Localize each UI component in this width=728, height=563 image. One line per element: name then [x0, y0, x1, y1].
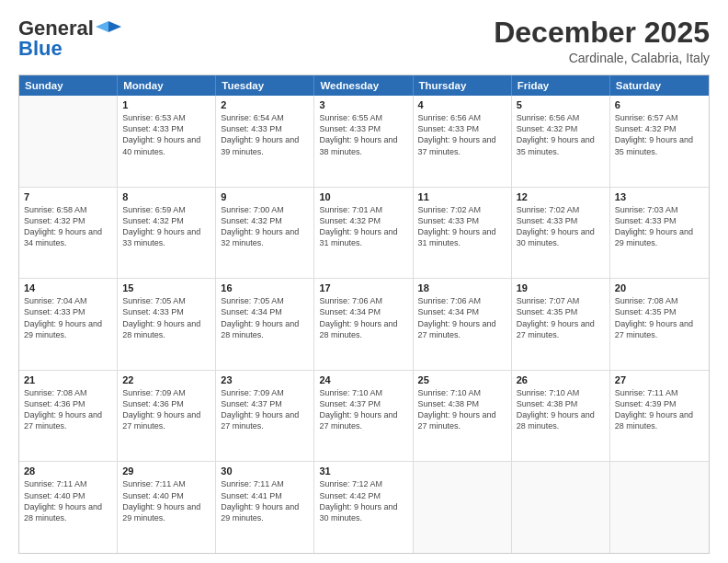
cell-info: Sunrise: 6:56 AMSunset: 4:33 PMDaylight:… — [418, 112, 506, 157]
logo: General Blue — [18, 17, 121, 61]
day-number: 27 — [615, 374, 704, 385]
cell-info: Sunrise: 7:02 AMSunset: 4:33 PMDaylight:… — [418, 204, 506, 249]
calendar-cell: 22Sunrise: 7:09 AMSunset: 4:36 PMDayligh… — [118, 371, 216, 462]
day-number: 24 — [319, 374, 407, 385]
header-day-tuesday: Tuesday — [216, 75, 314, 96]
cell-info: Sunrise: 7:05 AMSunset: 4:34 PMDaylight:… — [221, 295, 309, 340]
calendar-cell: 16Sunrise: 7:05 AMSunset: 4:34 PMDayligh… — [216, 279, 314, 370]
day-number: 22 — [122, 374, 210, 385]
calendar-cell: 25Sunrise: 7:10 AMSunset: 4:38 PMDayligh… — [414, 371, 512, 462]
cell-info: Sunrise: 7:00 AMSunset: 4:32 PMDaylight:… — [221, 204, 309, 249]
calendar-cell: 26Sunrise: 7:10 AMSunset: 4:38 PMDayligh… — [512, 371, 610, 462]
cell-info: Sunrise: 7:07 AMSunset: 4:35 PMDaylight:… — [517, 295, 605, 340]
cell-info: Sunrise: 6:56 AMSunset: 4:32 PMDaylight:… — [517, 112, 605, 157]
day-number: 7 — [24, 191, 112, 202]
calendar-body: 1Sunrise: 6:53 AMSunset: 4:33 PMDaylight… — [19, 96, 709, 553]
day-number: 6 — [615, 99, 704, 110]
cell-info: Sunrise: 6:59 AMSunset: 4:32 PMDaylight:… — [122, 204, 210, 249]
calendar-cell: 7Sunrise: 6:58 AMSunset: 4:32 PMDaylight… — [19, 188, 118, 279]
calendar-row-3: 14Sunrise: 7:04 AMSunset: 4:33 PMDayligh… — [19, 279, 709, 371]
header-day-wednesday: Wednesday — [314, 75, 413, 96]
day-number: 9 — [221, 191, 309, 202]
calendar-cell: 30Sunrise: 7:11 AMSunset: 4:41 PMDayligh… — [216, 462, 314, 553]
cell-info: Sunrise: 7:02 AMSunset: 4:33 PMDaylight:… — [517, 204, 605, 249]
day-number: 26 — [517, 374, 605, 385]
calendar-cell: 29Sunrise: 7:11 AMSunset: 4:40 PMDayligh… — [118, 462, 216, 553]
cell-info: Sunrise: 7:10 AMSunset: 4:37 PMDaylight:… — [319, 387, 407, 432]
calendar-cell: 20Sunrise: 7:08 AMSunset: 4:35 PMDayligh… — [610, 279, 709, 370]
page: General Blue December 2025 Cardinale, Ca… — [0, 0, 728, 563]
calendar-cell: 27Sunrise: 7:11 AMSunset: 4:39 PMDayligh… — [610, 371, 709, 462]
logo-flag-icon — [96, 19, 121, 38]
cell-info: Sunrise: 7:11 AMSunset: 4:40 PMDaylight:… — [24, 478, 112, 523]
day-number: 5 — [517, 99, 605, 110]
day-number: 21 — [24, 374, 112, 385]
calendar-cell — [512, 462, 610, 553]
header-day-sunday: Sunday — [19, 75, 118, 96]
calendar-cell: 28Sunrise: 7:11 AMSunset: 4:40 PMDayligh… — [19, 462, 118, 553]
logo-blue-text: Blue — [18, 37, 63, 61]
day-number: 2 — [221, 99, 309, 110]
calendar-cell: 17Sunrise: 7:06 AMSunset: 4:34 PMDayligh… — [314, 279, 413, 370]
day-number: 14 — [24, 282, 112, 293]
cell-info: Sunrise: 7:11 AMSunset: 4:41 PMDaylight:… — [221, 478, 309, 523]
cell-info: Sunrise: 6:53 AMSunset: 4:33 PMDaylight:… — [122, 112, 210, 157]
svg-marker-0 — [108, 21, 121, 32]
calendar-cell: 2Sunrise: 6:54 AMSunset: 4:33 PMDaylight… — [216, 96, 314, 187]
calendar-cell: 15Sunrise: 7:05 AMSunset: 4:33 PMDayligh… — [118, 279, 216, 370]
calendar-cell — [610, 462, 709, 553]
cell-info: Sunrise: 7:11 AMSunset: 4:40 PMDaylight:… — [122, 478, 210, 523]
day-number: 1 — [122, 99, 210, 110]
day-number: 25 — [418, 374, 506, 385]
cell-info: Sunrise: 6:55 AMSunset: 4:33 PMDaylight:… — [319, 112, 407, 157]
day-number: 8 — [122, 191, 210, 202]
calendar-cell: 19Sunrise: 7:07 AMSunset: 4:35 PMDayligh… — [512, 279, 610, 370]
cell-info: Sunrise: 7:05 AMSunset: 4:33 PMDaylight:… — [122, 295, 210, 340]
calendar-cell: 23Sunrise: 7:09 AMSunset: 4:37 PMDayligh… — [216, 371, 314, 462]
calendar-cell: 12Sunrise: 7:02 AMSunset: 4:33 PMDayligh… — [512, 188, 610, 279]
cell-info: Sunrise: 7:04 AMSunset: 4:33 PMDaylight:… — [24, 295, 112, 340]
cell-info: Sunrise: 7:06 AMSunset: 4:34 PMDaylight:… — [418, 295, 506, 340]
cell-info: Sunrise: 6:58 AMSunset: 4:32 PMDaylight:… — [24, 204, 112, 249]
cell-info: Sunrise: 7:12 AMSunset: 4:42 PMDaylight:… — [319, 478, 407, 523]
calendar-cell: 13Sunrise: 7:03 AMSunset: 4:33 PMDayligh… — [610, 188, 709, 279]
calendar-cell: 1Sunrise: 6:53 AMSunset: 4:33 PMDaylight… — [118, 96, 216, 187]
cell-info: Sunrise: 7:10 AMSunset: 4:38 PMDaylight:… — [517, 387, 605, 432]
calendar-cell — [19, 96, 118, 187]
calendar-cell: 5Sunrise: 6:56 AMSunset: 4:32 PMDaylight… — [512, 96, 610, 187]
cell-info: Sunrise: 6:57 AMSunset: 4:32 PMDaylight:… — [615, 112, 704, 157]
day-number: 11 — [418, 191, 506, 202]
day-number: 29 — [122, 465, 210, 477]
location-title: Cardinale, Calabria, Italy — [494, 51, 710, 65]
day-number: 16 — [221, 282, 309, 293]
month-title: December 2025 — [494, 17, 710, 49]
calendar-cell: 10Sunrise: 7:01 AMSunset: 4:32 PMDayligh… — [314, 188, 413, 279]
calendar: SundayMondayTuesdayWednesdayThursdayFrid… — [18, 75, 710, 554]
header-day-thursday: Thursday — [414, 75, 512, 96]
cell-info: Sunrise: 7:03 AMSunset: 4:33 PMDaylight:… — [615, 204, 704, 249]
cell-info: Sunrise: 7:01 AMSunset: 4:32 PMDaylight:… — [319, 204, 407, 249]
day-number: 19 — [517, 282, 605, 293]
day-number: 4 — [418, 99, 506, 110]
cell-info: Sunrise: 7:11 AMSunset: 4:39 PMDaylight:… — [615, 387, 704, 432]
title-block: December 2025 Cardinale, Calabria, Italy — [494, 17, 710, 65]
cell-info: Sunrise: 7:09 AMSunset: 4:36 PMDaylight:… — [122, 387, 210, 432]
calendar-row-5: 28Sunrise: 7:11 AMSunset: 4:40 PMDayligh… — [19, 462, 709, 553]
cell-info: Sunrise: 7:10 AMSunset: 4:38 PMDaylight:… — [418, 387, 506, 432]
day-number: 30 — [221, 465, 309, 477]
calendar-cell: 3Sunrise: 6:55 AMSunset: 4:33 PMDaylight… — [314, 96, 413, 187]
calendar-cell: 14Sunrise: 7:04 AMSunset: 4:33 PMDayligh… — [19, 279, 118, 370]
day-number: 23 — [221, 374, 309, 385]
day-number: 17 — [319, 282, 407, 293]
calendar-row-2: 7Sunrise: 6:58 AMSunset: 4:32 PMDaylight… — [19, 188, 709, 280]
day-number: 13 — [615, 191, 704, 202]
day-number: 28 — [24, 465, 112, 477]
day-number: 10 — [319, 191, 407, 202]
calendar-cell: 24Sunrise: 7:10 AMSunset: 4:37 PMDayligh… — [314, 371, 413, 462]
calendar-cell: 6Sunrise: 6:57 AMSunset: 4:32 PMDaylight… — [610, 96, 709, 187]
header-day-friday: Friday — [512, 75, 610, 96]
calendar-row-1: 1Sunrise: 6:53 AMSunset: 4:33 PMDaylight… — [19, 96, 709, 188]
svg-marker-1 — [96, 21, 108, 32]
cell-info: Sunrise: 6:54 AMSunset: 4:33 PMDaylight:… — [221, 112, 309, 157]
day-number: 12 — [517, 191, 605, 202]
